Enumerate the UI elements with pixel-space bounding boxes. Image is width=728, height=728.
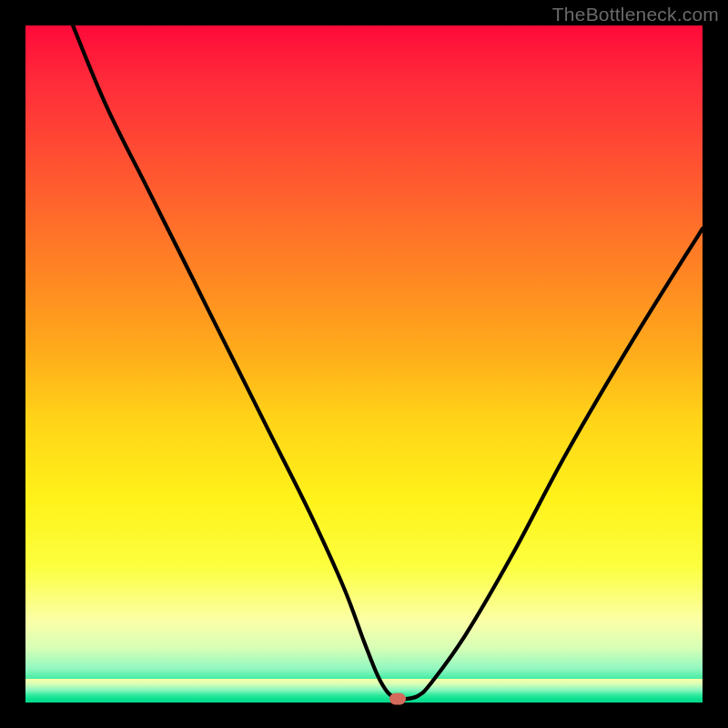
chart-frame: TheBottleneck.com bbox=[0, 0, 728, 728]
plot-area bbox=[25, 25, 703, 703]
bottleneck-curve bbox=[25, 25, 703, 703]
optimal-point-marker bbox=[389, 693, 406, 705]
watermark-text: TheBottleneck.com bbox=[552, 4, 719, 25]
